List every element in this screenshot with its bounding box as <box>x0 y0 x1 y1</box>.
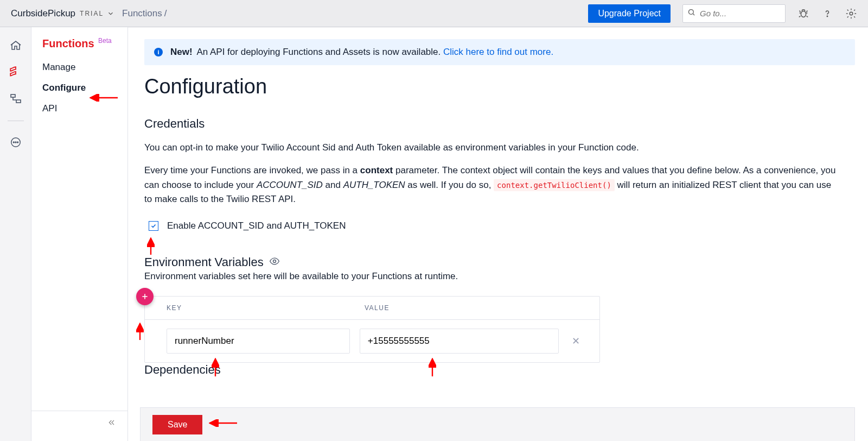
search-input[interactable] <box>699 8 781 18</box>
envvar-value-input[interactable] <box>360 329 559 354</box>
credentials-p2: Every time your Functions are invoked, w… <box>144 163 839 206</box>
col-value: VALUE <box>365 304 390 312</box>
sidebar-item-api[interactable]: API <box>42 103 127 114</box>
sidebar-item-configure[interactable]: Configure <box>42 83 127 93</box>
upgrade-project-button[interactable]: Upgrade Project <box>588 4 671 23</box>
gear-icon[interactable] <box>845 8 857 20</box>
eye-icon[interactable] <box>269 256 280 269</box>
page-title: Configuration <box>144 75 855 98</box>
rail-more[interactable] <box>0 136 31 148</box>
save-button[interactable]: Save <box>152 415 202 434</box>
svg-point-10 <box>17 142 18 143</box>
envvars-header-row: KEY VALUE <box>145 297 599 320</box>
enable-credentials-checkbox[interactable] <box>149 221 158 231</box>
svg-rect-5 <box>11 94 15 97</box>
trial-badge: TRIAL <box>80 10 104 17</box>
breadcrumb-functions[interactable]: Functions <box>122 8 162 19</box>
collapse-sidebar-button[interactable] <box>31 411 127 433</box>
envvars-row: ✕ <box>145 320 599 362</box>
svg-line-1 <box>693 14 694 15</box>
banner-link[interactable]: Click here to find out more. <box>443 47 553 57</box>
project-name[interactable]: CurbsidePickup <box>11 8 75 19</box>
code-snippet: context.getTwilioClient() <box>494 179 615 191</box>
svg-point-11 <box>273 260 276 263</box>
envvar-key-input[interactable] <box>167 329 350 354</box>
col-key: KEY <box>167 304 365 312</box>
svg-point-0 <box>689 9 694 14</box>
rail-divider <box>8 121 24 121</box>
credentials-heading: Credentials <box>144 117 855 131</box>
envvars-desc: Environment variables set here will be a… <box>144 269 839 284</box>
save-bar: Save <box>140 407 855 441</box>
help-icon[interactable] <box>821 8 833 20</box>
svg-point-3 <box>827 16 827 16</box>
credentials-p1: You can opt-in to make your Twilio Accou… <box>144 141 839 155</box>
delete-row-button[interactable]: ✕ <box>569 335 583 347</box>
rail-studio[interactable] <box>0 92 31 105</box>
svg-point-8 <box>13 142 14 143</box>
chevron-down-icon[interactable] <box>107 10 114 17</box>
sidebar-functions: Functions Beta Manage Configure API <box>31 27 128 441</box>
svg-point-4 <box>850 12 853 15</box>
banner-text: New! An API for deploying Functions and … <box>170 47 553 58</box>
beta-badge: Beta <box>98 37 112 45</box>
envvars-table: KEY VALUE ✕ <box>144 296 600 363</box>
rail-functions[interactable] <box>0 65 31 79</box>
global-search[interactable] <box>682 4 786 23</box>
enable-credentials-label: Enable ACCOUNT_SID and AUTH_TOKEN <box>167 220 346 231</box>
sidebar-item-manage[interactable]: Manage <box>42 62 127 73</box>
dependencies-heading: Dependencies <box>144 363 855 377</box>
top-bar: CurbsidePickup TRIAL Functions / Upgrade… <box>0 0 868 27</box>
nav-rail <box>0 27 31 441</box>
banner-body: An API for deploying Functions and Asset… <box>196 47 443 57</box>
add-variable-button[interactable] <box>136 288 154 305</box>
banner-bold: New! <box>170 47 193 57</box>
main-content: i New! An API for deploying Functions an… <box>128 27 868 441</box>
debug-icon[interactable] <box>797 8 809 20</box>
search-icon <box>687 8 695 19</box>
svg-point-9 <box>15 142 16 143</box>
info-icon: i <box>154 48 163 56</box>
envvars-heading: Environment Variables <box>144 255 264 269</box>
sidebar-title: Functions Beta <box>42 37 127 50</box>
svg-point-2 <box>801 11 806 17</box>
sidebar-title-text: Functions <box>42 37 94 49</box>
svg-rect-6 <box>16 100 21 103</box>
rail-home[interactable] <box>0 39 31 52</box>
info-banner: i New! An API for deploying Functions an… <box>144 39 855 65</box>
breadcrumb-separator: / <box>164 8 167 19</box>
